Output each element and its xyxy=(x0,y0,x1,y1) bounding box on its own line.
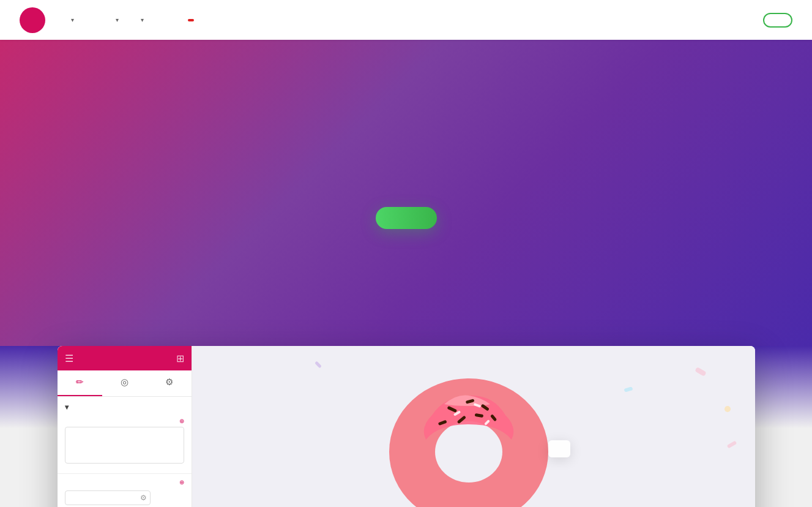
editor-section: ☰ ⊞ ✏ ◎ ⚙ ▾ xyxy=(0,346,812,507)
sprinkle-1 xyxy=(695,367,707,377)
section-arrow-icon: ▾ xyxy=(65,403,69,411)
chevron-down-icon: ▾ xyxy=(116,17,119,23)
canvas-text-card xyxy=(548,440,570,457)
link-input[interactable] xyxy=(65,490,151,505)
panel-header: ☰ ⊞ xyxy=(58,346,192,370)
style-icon: ◎ xyxy=(121,377,129,388)
gear-icon: ⚙ xyxy=(140,494,147,502)
nav-left: ▾ ▾ ▾ xyxy=(20,7,203,33)
svg-point-1 xyxy=(435,421,502,483)
hero-cta-button[interactable] xyxy=(376,207,437,229)
grid-icon[interactable]: ⊞ xyxy=(176,353,184,364)
divider-1 xyxy=(58,473,192,474)
dynamic-icon: ⊕ xyxy=(179,418,184,424)
link-input-wrap: ⚙ xyxy=(65,490,151,505)
nav-right xyxy=(753,13,792,28)
tab-style[interactable]: ◎ xyxy=(102,370,147,396)
hero-section xyxy=(0,40,812,346)
editor-panel: ☰ ⊞ ✏ ◎ ⚙ ▾ xyxy=(58,346,192,507)
sprinkle-3 xyxy=(724,406,731,412)
panel-link-field-row: ⊕ xyxy=(58,476,192,488)
tab-advanced[interactable]: ⚙ xyxy=(147,370,192,396)
nav-link-features[interactable]: ▾ xyxy=(60,12,83,28)
gear-icon: ⚙ xyxy=(165,377,173,388)
panel-section-title[interactable]: ▾ xyxy=(58,397,192,415)
nav-link-help-center[interactable]: ▾ xyxy=(130,12,152,28)
panel-title-field: ⊕ xyxy=(58,415,192,471)
nav-links: ▾ ▾ ▾ xyxy=(60,12,203,28)
nav-link-experts[interactable] xyxy=(174,14,203,26)
get-started-nav-button[interactable] xyxy=(763,13,792,28)
logo-icon[interactable] xyxy=(20,7,45,33)
navbar: ▾ ▾ ▾ xyxy=(0,0,812,40)
editor-container: ☰ ⊞ ✏ ◎ ⚙ ▾ xyxy=(58,346,755,507)
field-row-title: ⊕ xyxy=(65,418,184,424)
pencil-icon: ✏ xyxy=(76,377,84,388)
nav-link-blog[interactable] xyxy=(155,15,172,25)
editor-canvas xyxy=(192,346,755,507)
dynamic-link-icon: ⊕ xyxy=(179,479,184,486)
dynamic-link-button[interactable]: ⊕ xyxy=(178,479,184,486)
sprinkle-4 xyxy=(314,361,321,368)
panel-link-input-field: ⚙ xyxy=(58,488,192,507)
chevron-down-icon: ▾ xyxy=(141,17,144,23)
donut-svg xyxy=(377,366,561,507)
hamburger-icon[interactable]: ☰ xyxy=(65,353,73,364)
sprinkle-2 xyxy=(624,386,633,392)
chevron-down-icon: ▾ xyxy=(71,17,74,23)
tab-content[interactable]: ✏ xyxy=(58,370,102,396)
donut-group xyxy=(377,366,570,507)
panel-tabs: ✏ ◎ ⚙ xyxy=(58,370,192,397)
dynamic-button[interactable]: ⊕ xyxy=(178,418,184,424)
title-textarea[interactable] xyxy=(65,427,184,464)
canvas-area xyxy=(192,357,755,507)
beta-badge xyxy=(188,19,194,21)
nav-link-resources[interactable]: ▾ xyxy=(105,12,127,28)
nav-link-pricing[interactable] xyxy=(85,15,102,25)
sprinkle-5 xyxy=(726,440,737,448)
